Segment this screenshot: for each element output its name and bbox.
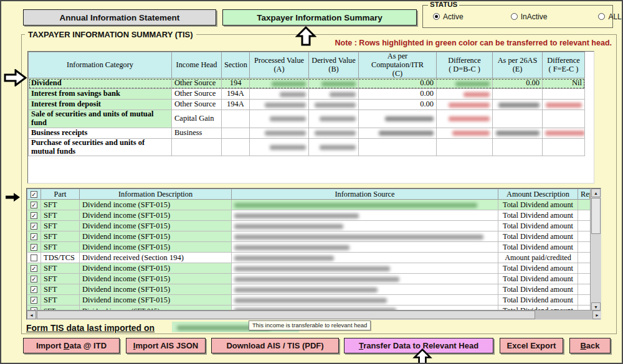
excel-export-button[interactable]: Excel Export xyxy=(500,338,563,353)
value-cell xyxy=(493,138,543,156)
detail-table-panel: ✓PartInformation DescriptionInformation … xyxy=(26,188,601,320)
checkbox-cell: ✓ xyxy=(27,210,41,221)
vertical-scrollbar[interactable]: ▲ ▼ xyxy=(590,189,601,311)
redacted-value xyxy=(330,92,356,97)
amount-description-cell: Total Dividend amount xyxy=(498,210,578,221)
detail-table-row[interactable]: ✓SFTDividend income (SFT-015)Total Divid… xyxy=(27,231,592,242)
vertical-scroll-thumb[interactable] xyxy=(591,198,601,234)
checkbox-cell: ✓ xyxy=(27,284,41,295)
value-cell xyxy=(359,110,437,128)
detail-table-row[interactable]: ✓SFTDividend income (SFT-015)Total Divid… xyxy=(27,200,592,210)
information-description-cell: Dividend income (SFT-015) xyxy=(80,263,232,274)
summary-table-row[interactable]: Purchase of securities and units of mutu… xyxy=(29,138,585,156)
redacted-value xyxy=(385,116,434,121)
horizontal-scroll-thumb[interactable] xyxy=(37,310,535,319)
value-cell xyxy=(250,100,309,110)
value-cell: 0.00 xyxy=(493,78,543,89)
value-cell: 0.00 xyxy=(359,89,437,100)
summary-table-row[interactable]: DividendOther Source1940.000.00Nil xyxy=(29,78,585,89)
redacted-value xyxy=(280,92,306,97)
amount-description-cell: Total Dividend amount xyxy=(498,242,578,253)
redacted-value xyxy=(270,116,306,121)
summary-table-row[interactable]: Sale of securities and units of mutual f… xyxy=(29,110,585,128)
import-ais-json-button[interactable]: Import AIS JSON xyxy=(126,338,206,353)
redacted-information-source xyxy=(234,266,390,271)
radio-active-circle[interactable] xyxy=(433,13,440,20)
redacted-value xyxy=(379,131,434,136)
information-source-cell xyxy=(232,263,498,274)
information-source-cell xyxy=(232,274,498,284)
redacted-value xyxy=(496,131,540,136)
information-source-cell xyxy=(232,295,498,306)
row-checkbox[interactable]: ✓ xyxy=(31,265,37,272)
summary-table-row[interactable]: Interest from depositOther Source194A0.0… xyxy=(29,100,585,110)
summary-table-row[interactable]: Interest from savings bankOther Source19… xyxy=(29,89,585,100)
row-checkbox[interactable] xyxy=(31,254,37,261)
import-data-itd-button[interactable]: Import Data @ ITD xyxy=(23,338,120,353)
information-category-cell: Interest from deposit xyxy=(29,100,172,110)
checkbox-cell: ✓ xyxy=(27,263,41,274)
redacted-value xyxy=(545,131,585,136)
part-cell: SFT xyxy=(41,263,80,274)
radio-all-circle[interactable] xyxy=(598,13,605,20)
value-cell: 0.00 xyxy=(359,78,437,89)
amount-description-cell: Total Dividend amount xyxy=(498,231,578,242)
information-description-cell: Dividend income (SFT-015) xyxy=(80,231,232,242)
value-cell xyxy=(543,89,585,100)
summary-column-header: Derived Value (B) xyxy=(309,52,359,78)
detail-table-row[interactable]: ✓SFTDividend income (SFT-015)Total Divid… xyxy=(27,221,592,231)
redacted-value xyxy=(464,92,490,97)
download-ais-tis-button[interactable]: Download AIS / TIS (PDF) xyxy=(211,338,339,353)
detail-table-row[interactable]: TDS/TCSDividend received (Section 194)Am… xyxy=(27,253,592,263)
scroll-left-icon[interactable]: ◄ xyxy=(27,310,36,319)
redacted-value xyxy=(498,103,540,108)
information-category-cell: Purchase of securities and units of mutu… xyxy=(29,138,172,156)
information-source-cell xyxy=(232,221,498,231)
radio-inactive-circle[interactable] xyxy=(511,13,518,20)
row-checkbox[interactable]: ✓ xyxy=(31,212,37,219)
detail-table-row[interactable]: ✓SFTDividend income (SFT-015)Total Divid… xyxy=(27,263,592,274)
redacted-information-source xyxy=(234,224,343,229)
row-checkbox[interactable]: ✓ xyxy=(31,223,37,230)
section-cell xyxy=(222,128,250,138)
information-source-cell xyxy=(232,284,498,295)
summary-column-header: Difference ( F=E-C ) xyxy=(543,52,585,78)
row-checkbox[interactable]: ✓ xyxy=(31,286,37,293)
row-checkbox[interactable]: ✓ xyxy=(31,244,37,251)
detail-table-row[interactable]: ✓SFTDividend income (SFT-015)Total Divid… xyxy=(27,284,592,295)
back-button[interactable]: Back xyxy=(569,338,611,353)
select-all-checkbox[interactable]: ✓ xyxy=(31,191,37,198)
radio-inactive[interactable]: InActive xyxy=(511,12,548,21)
detail-table-row[interactable]: ✓SFTDividend income (SFT-015)Total Divid… xyxy=(27,295,592,306)
redacted-value xyxy=(321,82,356,86)
row-checkbox[interactable]: ✓ xyxy=(31,233,37,240)
transfer-tooltip: This income is transferable to relevant … xyxy=(249,320,371,330)
part-cell: SFT xyxy=(41,295,80,306)
part-cell: SFT xyxy=(41,284,80,295)
value-cell xyxy=(250,128,309,138)
row-checkbox[interactable]: ✓ xyxy=(31,202,37,208)
checkbox-column-header: ✓ xyxy=(27,189,41,200)
row-checkbox[interactable]: ✓ xyxy=(31,276,37,282)
checkbox-cell: ✓ xyxy=(27,231,41,242)
redacted-information-source xyxy=(234,298,387,303)
scroll-right-icon[interactable]: ► xyxy=(592,310,601,319)
detail-table-row[interactable]: ✓SFTDividend income (SFT-015)Total Divid… xyxy=(27,274,592,284)
amount-description-cell: Total Dividend amount xyxy=(498,295,578,306)
detail-table-row[interactable]: ✓SFTDividend income (SFT-015)Total Divid… xyxy=(27,210,592,221)
status-group: STATUS Active InActive ALL xyxy=(422,5,613,28)
row-checkbox[interactable]: ✓ xyxy=(31,297,37,304)
tab-annual-information-statement[interactable]: Annual Information Statement xyxy=(23,9,216,26)
summary-table-row[interactable]: Business receiptsBusiness xyxy=(29,128,585,138)
income-head-cell: Other Source xyxy=(172,89,222,100)
horizontal-scrollbar[interactable]: ◄ ► xyxy=(27,310,601,319)
scroll-up-icon[interactable]: ▲ xyxy=(591,189,601,197)
tab-taxpayer-information-summary[interactable]: Taxpayer Information Summary xyxy=(222,9,417,26)
detail-table-row[interactable]: ✓SFTDividend income (SFT-015)Total Divid… xyxy=(27,242,592,253)
redacted-information-source xyxy=(234,203,477,208)
value-cell xyxy=(309,128,359,138)
detail-table: ✓PartInformation DescriptionInformation … xyxy=(27,189,592,316)
radio-active[interactable]: Active xyxy=(433,12,464,21)
radio-all[interactable]: ALL xyxy=(598,12,621,21)
part-cell: SFT xyxy=(41,242,80,253)
